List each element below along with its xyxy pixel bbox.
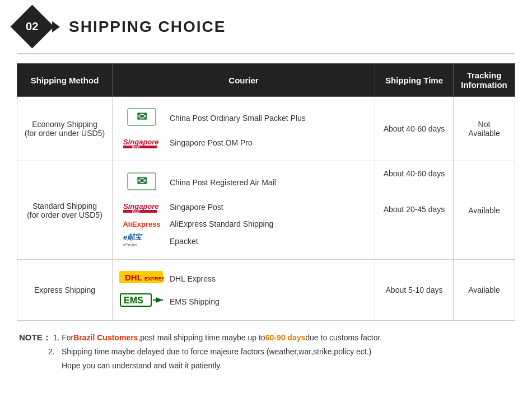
note-text-after: due to customs factor. bbox=[305, 331, 382, 345]
courier-logo-chinapost1: ✉ bbox=[119, 106, 164, 130]
courier-logo-singapore1: Singapore POST bbox=[119, 133, 164, 152]
tracking-economy: NotAvailable bbox=[454, 97, 515, 161]
time-express: About 5-10 days bbox=[375, 260, 454, 321]
courier-logo-epacket: e邮宝 ePacket bbox=[119, 232, 164, 250]
header-divider bbox=[17, 53, 515, 54]
courier-item: Singapore POST Singapore Post OM Pro bbox=[119, 133, 368, 152]
courier-logo-ems: EMS bbox=[119, 292, 164, 311]
svg-text:✉: ✉ bbox=[137, 110, 147, 124]
courier-item: ✉ China Post Ordinary Small Packet Plus bbox=[119, 106, 368, 130]
svg-text:POST: POST bbox=[132, 146, 140, 149]
tracking-standard: Available bbox=[454, 161, 515, 260]
tracking-express: Available bbox=[454, 260, 515, 321]
method-express: Express Shipping bbox=[17, 260, 113, 321]
note-row-1: NOTE： 1. For Brazil Customers ,post mail… bbox=[19, 330, 515, 345]
col-header-method: Shipping Method bbox=[17, 64, 113, 97]
table-header-row: Shipping Method Courier Shipping Time Tr… bbox=[17, 64, 515, 97]
courier-name: DHL Express bbox=[170, 274, 216, 283]
svg-text:ePacket: ePacket bbox=[123, 243, 137, 247]
col-header-time: Shipping Time bbox=[375, 64, 454, 97]
page-header: 02 SHIPPING CHOICE bbox=[17, 11, 515, 42]
svg-marker-18 bbox=[156, 297, 163, 303]
couriers-standard: ✉ China Post Registered Air Mail Singapo… bbox=[113, 161, 375, 260]
courier-item: DHL EXPRESS DHL Express bbox=[119, 269, 368, 288]
page-title: SHIPPING CHOICE bbox=[69, 18, 226, 36]
note-number-2: 2. bbox=[48, 345, 62, 359]
svg-text:EXPRESS: EXPRESS bbox=[144, 276, 164, 282]
courier-name: AliExpress Standard Shipping bbox=[170, 219, 273, 228]
time-economy: About 40-60 days bbox=[375, 97, 454, 161]
note-label: NOTE： bbox=[19, 330, 51, 345]
note-text-2: Shipping time maybe delayed due to force… bbox=[62, 345, 371, 373]
method-economy: Economy Shipping(for order under USD5) bbox=[17, 97, 113, 161]
courier-name: EMS Shipping bbox=[170, 297, 220, 306]
couriers-express: DHL EXPRESS DHL Express EMS bbox=[113, 260, 375, 321]
courier-logo-singapore2: Singapore POST bbox=[119, 198, 164, 216]
courier-logo-aliexpress: AliExpress bbox=[119, 219, 164, 228]
courier-name: Epacket bbox=[170, 237, 198, 246]
note-text-middle: ,post mail shipping time maybe up to bbox=[138, 331, 265, 345]
svg-text:DHL: DHL bbox=[125, 273, 142, 282]
table-row: Economy Shipping(for order under USD5) ✉… bbox=[17, 97, 515, 161]
couriers-economy: ✉ China Post Ordinary Small Packet Plus … bbox=[113, 97, 375, 161]
courier-item: Singapore POST Singapore Post bbox=[119, 198, 368, 216]
notes-section: NOTE： 1. For Brazil Customers ,post mail… bbox=[17, 330, 515, 373]
shipping-table: Shipping Method Courier Shipping Time Tr… bbox=[17, 63, 515, 321]
courier-item: AliExpress AliExpress Standard Shipping bbox=[119, 219, 368, 228]
courier-item: EMS EMS Shipping bbox=[119, 292, 368, 311]
svg-rect-3 bbox=[123, 146, 157, 148]
svg-text:Singapore: Singapore bbox=[123, 202, 159, 210]
svg-text:e邮宝: e邮宝 bbox=[123, 233, 143, 241]
svg-text:✉: ✉ bbox=[137, 174, 147, 188]
note-highlight-brazil: Brazil Customers bbox=[73, 331, 138, 345]
courier-item: ✉ China Post Registered Air Mail bbox=[119, 170, 368, 194]
courier-name: China Post Ordinary Small Packet Plus bbox=[170, 114, 306, 123]
note-row-2: 2. Shipping time maybe delayed due to fo… bbox=[48, 345, 515, 373]
method-standard: Standard Shipping(for order over USD5) bbox=[17, 161, 113, 260]
col-header-tracking: Tracking Information bbox=[454, 64, 515, 97]
note-number-1: 1. For bbox=[53, 331, 74, 345]
courier-logo-chinapost2: ✉ bbox=[119, 170, 164, 194]
courier-name: China Post Registered Air Mail bbox=[170, 178, 276, 187]
courier-name: Singapore Post bbox=[170, 203, 223, 212]
col-header-courier: Courier bbox=[113, 64, 375, 97]
time-standard: About 40-60 daysAbout 20-45 days bbox=[375, 161, 454, 260]
note-highlight-days: 60-90 days bbox=[265, 331, 306, 345]
svg-rect-8 bbox=[123, 210, 157, 213]
courier-logo-dhl: DHL EXPRESS bbox=[119, 269, 164, 288]
svg-text:POST: POST bbox=[132, 210, 140, 213]
section-badge: 02 bbox=[17, 11, 60, 42]
courier-item: e邮宝 ePacket Epacket bbox=[119, 232, 368, 250]
badge-number: 02 bbox=[26, 20, 38, 33]
svg-text:EMS: EMS bbox=[124, 296, 143, 305]
badge-diamond: 02 bbox=[11, 5, 54, 49]
table-row: Standard Shipping(for order over USD5) ✉… bbox=[17, 161, 515, 260]
courier-name: Singapore Post OM Pro bbox=[170, 138, 253, 147]
table-row: Express Shipping DHL EXPRESS DHL Express bbox=[17, 260, 515, 321]
svg-text:Singapore: Singapore bbox=[123, 138, 159, 146]
